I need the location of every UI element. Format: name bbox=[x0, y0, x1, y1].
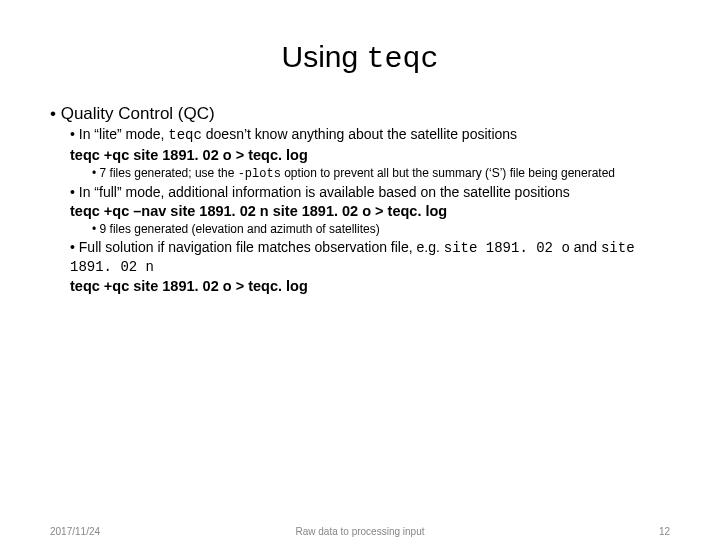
full-mode-line: In “full” mode, additional information i… bbox=[70, 184, 670, 202]
lite-command: teqc +qc site 1891. 02 o > teqc. log bbox=[50, 147, 670, 163]
footer-page-number: 12 bbox=[659, 526, 670, 537]
plots-option: -plots bbox=[238, 167, 281, 181]
full-sub-list: 9 files generated (elevation and azimuth… bbox=[70, 222, 670, 237]
main-bullet: Quality Control (QC) In “lite” mode, teq… bbox=[50, 104, 670, 294]
fullsol-line: Full solution if navigation file matches… bbox=[70, 239, 670, 276]
fullsol-command: teqc +qc site 1891. 02 o > teqc. log bbox=[50, 278, 670, 294]
bullet-list-l1: Quality Control (QC) In “lite” mode, teq… bbox=[50, 104, 670, 294]
file-obs: site 1891. 02 o bbox=[444, 240, 570, 256]
slide: Using teqc Quality Control (QC) In “lite… bbox=[0, 0, 720, 540]
title-command: teqc bbox=[367, 42, 439, 76]
full-note: 9 files generated (elevation and azimuth… bbox=[92, 222, 670, 237]
teqc-inline: teqc bbox=[168, 127, 202, 143]
bullet-list-l2b: In “full” mode, additional information i… bbox=[50, 184, 670, 202]
footer-title: Raw data to processing input bbox=[0, 526, 720, 537]
bullet-list-l2: In “lite” mode, teqc doesn’t know anythi… bbox=[50, 126, 670, 145]
lite-sub-list: 7 files generated; use the -plots option… bbox=[70, 166, 670, 182]
lite-mode-line: In “lite” mode, teqc doesn’t know anythi… bbox=[70, 126, 670, 145]
bullet-list-l2c: Full solution if navigation file matches… bbox=[50, 239, 670, 276]
lite-note: 7 files generated; use the -plots option… bbox=[92, 166, 670, 182]
full-command: teqc +qc –nav site 1891. 02 n site 1891.… bbox=[50, 203, 670, 219]
title-prefix: Using bbox=[281, 40, 366, 73]
slide-title: Using teqc bbox=[50, 40, 670, 76]
